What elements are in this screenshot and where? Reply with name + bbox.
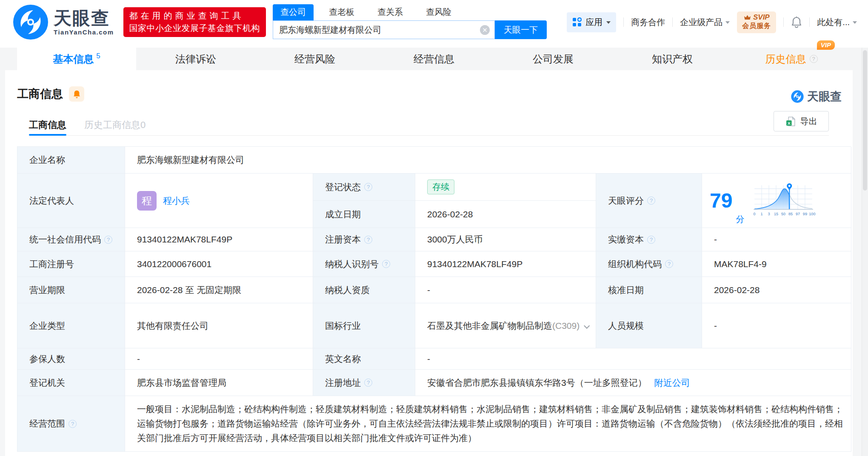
tianyan-score-cell: 79 分 [702, 174, 851, 228]
help-icon[interactable]: ? [810, 55, 818, 63]
score-axis-tick: 1 [761, 212, 763, 216]
reg-number-value: 340122000676001 [125, 251, 313, 277]
tianyancha-logo[interactable]: 天眼查 TianYanCha.com [13, 4, 114, 40]
search-area: 查公司 查老板 查关系 查风险 ✕ 天眼一下 [273, 5, 547, 39]
search-tab-company[interactable]: 查公司 [273, 4, 314, 20]
bell-icon [73, 90, 81, 99]
business-info-card: 工商信息 天眼查 工商信息 历史工商信息0 [5, 70, 853, 456]
subtab-history-business-info[interactable]: 历史工商信息0 [84, 114, 146, 135]
vip-badge: VIP [817, 40, 835, 50]
clear-search-icon[interactable]: ✕ [480, 25, 490, 35]
business-info-table: 企业名称 肥东海螺新型建材有限公司 法定代表人 程 程小兵 登记状态? 存续 成… [17, 146, 851, 452]
help-icon[interactable]: ? [382, 260, 390, 268]
help-icon[interactable]: ? [647, 197, 655, 205]
tab-legal-proceedings[interactable]: 法律诉讼 [136, 48, 255, 70]
field-label: 实缴资本? [596, 228, 702, 251]
excel-file-icon: X [785, 116, 796, 127]
section-head: 工商信息 天眼查 工商信息 历史工商信息0 [5, 70, 853, 136]
english-name-value: - [415, 348, 851, 370]
insured-count-value: - [125, 348, 313, 370]
search-button[interactable]: 天眼一下 [495, 20, 547, 39]
est-date-value: 2026-02-28 [415, 201, 596, 228]
user-menu-label: 此处有... [817, 17, 850, 28]
tab-intellectual-property[interactable]: 知识产权 [613, 48, 732, 70]
divider [809, 17, 810, 27]
tab-operation-info[interactable]: 经营信息 [374, 48, 494, 70]
help-icon[interactable]: ? [665, 260, 673, 268]
tab-history-info[interactable]: 历史信息 ? VIP [732, 48, 851, 70]
export-button[interactable]: X 导出 [774, 111, 829, 131]
scrollbar-track[interactable] [862, 48, 868, 456]
score-value[interactable]: 79 [710, 191, 732, 211]
chevron-down-icon [606, 21, 611, 26]
legal-rep-avatar[interactable]: 程 [137, 191, 157, 211]
nav-enterprise-products[interactable]: 企业级产品 [680, 17, 730, 28]
field-label: 企业类型 [17, 303, 125, 348]
score-axis-tick: 99 [803, 212, 807, 216]
search-input[interactable] [273, 25, 480, 35]
help-icon[interactable]: ? [364, 379, 372, 387]
tab-basic-info[interactable]: 基本信息 5 [17, 48, 136, 70]
industry-value: 石墨及其他非金属矿物制品制造(C309) [415, 303, 596, 348]
company-name-value: 肥东海螺新型建材有限公司 [125, 147, 851, 174]
svip-sublabel: 会员服务 [742, 22, 771, 31]
search-tab-risk[interactable]: 查风险 [418, 4, 459, 20]
score-axis-tick: 97 [796, 212, 800, 216]
tab-label: 经营信息 [414, 52, 454, 66]
search-tab-boss[interactable]: 查老板 [321, 4, 362, 20]
field-label: 注册资本? [313, 228, 415, 251]
legal-rep-link[interactable]: 程小兵 [163, 195, 190, 207]
field-label: 营业期限 [17, 277, 125, 303]
tab-company-development[interactable]: 公司发展 [494, 48, 613, 70]
nav-user-menu[interactable]: 此处有... [817, 17, 857, 28]
help-icon[interactable]: ? [364, 183, 372, 191]
svip-label: SVIP [753, 13, 770, 22]
reg-authority-value: 肥东县市场监督管理局 [125, 370, 313, 396]
help-icon[interactable]: ? [647, 236, 655, 244]
score-axis-tick: 85 [788, 212, 793, 216]
status-badge: 存续 [427, 180, 454, 194]
notifications-bell-icon[interactable] [791, 16, 802, 28]
top-header: 天眼查 TianYanCha.com 都在用的商业查询工具 国家中小企业发展子基… [0, 0, 868, 48]
paid-capital-value: - [702, 228, 851, 251]
nav-business-cooperation[interactable]: 商务合作 [631, 17, 665, 28]
help-icon[interactable]: ? [364, 236, 372, 244]
field-label: 企业名称 [17, 147, 125, 174]
apps-grid-icon [572, 17, 582, 27]
section-title: 工商信息 [17, 86, 63, 102]
scrollbar-thumb[interactable] [863, 50, 867, 191]
field-label: 工商注册号 [17, 251, 125, 277]
business-term-value: 2026-02-28 至 无固定期限 [125, 277, 313, 303]
tab-label: 知识产权 [652, 52, 693, 66]
search-box: ✕ [273, 20, 495, 39]
field-label: 纳税人识别号? [313, 251, 415, 277]
taxpayer-qualification-value: - [415, 277, 596, 303]
tab-label: 法律诉讼 [175, 52, 216, 66]
expand-chevron-icon[interactable] [584, 322, 590, 328]
score-axis-tick: 3 [768, 212, 770, 216]
subscribe-bell-button[interactable] [69, 86, 84, 102]
tab-operation-risk[interactable]: 经营风险 [255, 48, 374, 70]
score-axis-tick: 50 [781, 212, 785, 216]
nearby-companies-link[interactable]: 附近公司 [654, 377, 690, 389]
tab-label: 公司发展 [533, 52, 574, 66]
field-label: 经营范围? [17, 396, 125, 452]
score-axis-tick: 15 [774, 212, 778, 216]
tab-count-badge: 5 [96, 52, 100, 60]
field-label: 注册地址? [313, 370, 415, 396]
promo-badge: 都在用的商业查询工具 国家中小企业发展子基金旗下机构 [123, 7, 266, 37]
search-tab-relation[interactable]: 查关系 [370, 4, 411, 20]
field-label: 组织机构代码? [596, 251, 702, 277]
field-label: 登记状态? [313, 174, 415, 201]
svip-member-button[interactable]: SVIP 会员服务 [737, 11, 776, 33]
apps-menu-button[interactable]: 应用 [567, 12, 616, 32]
help-icon[interactable]: ? [69, 420, 77, 428]
help-icon[interactable]: ? [104, 236, 112, 244]
tab-label: 经营风险 [294, 52, 335, 66]
field-label: 参保人数 [17, 348, 125, 370]
svg-text:X: X [788, 120, 791, 125]
credit-code-value: 91340122MAK78LF49P [125, 228, 313, 251]
logo-title: 天眼查 [54, 9, 114, 28]
subtab-business-info[interactable]: 工商信息 [29, 114, 66, 135]
field-label: 天眼评分? [596, 174, 702, 228]
